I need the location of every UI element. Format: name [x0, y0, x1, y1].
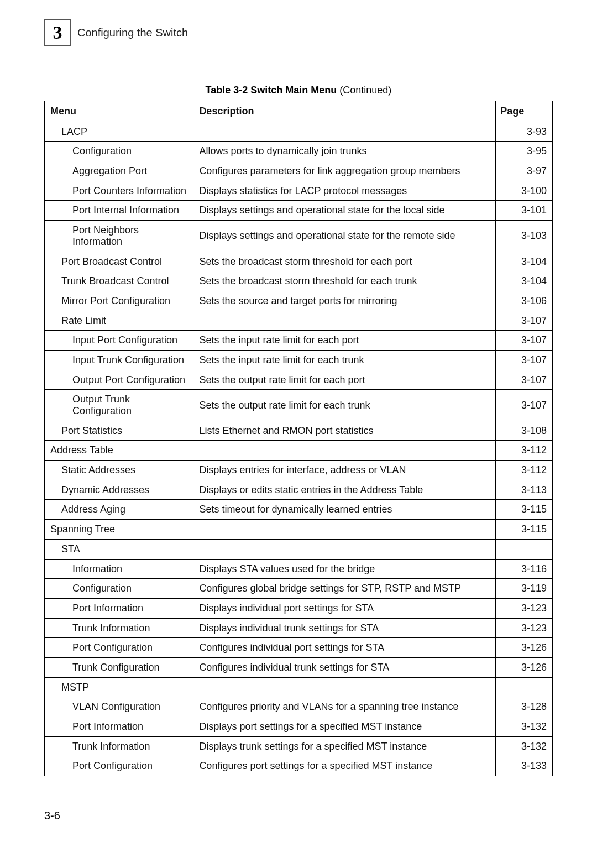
menu-label: Address Aging — [45, 504, 125, 515]
col-header-description: Description — [193, 101, 496, 122]
menu-cell: Input Trunk Configuration — [45, 350, 193, 370]
description-cell — [193, 441, 496, 461]
table-row: Input Trunk ConfigurationSets the input … — [45, 350, 553, 370]
menu-label: Rate Limit — [45, 315, 106, 327]
page-cell: 3-106 — [496, 291, 553, 311]
page-cell: 3-128 — [496, 697, 553, 717]
page-cell: 3-126 — [496, 638, 553, 658]
menu-label: Output Trunk Configuration — [45, 394, 190, 416]
menu-label: Trunk Configuration — [45, 662, 159, 673]
table-row: InformationDisplays STA values used for … — [45, 559, 553, 579]
page-cell: 3-133 — [496, 756, 553, 776]
description-cell: Configures individual port settings for … — [193, 638, 496, 658]
page-cell: 3-113 — [496, 480, 553, 500]
table-row: Spanning Tree3-115 — [45, 520, 553, 540]
page-cell: 3-107 — [496, 331, 553, 351]
menu-label: Spanning Tree — [45, 524, 115, 535]
chapter-number: 3 — [53, 22, 62, 43]
menu-label: Port Broadcast Control — [45, 256, 162, 268]
table-row: Port ConfigurationConfigures individual … — [45, 638, 553, 658]
description-cell: Displays or edits static entries in the … — [193, 480, 496, 500]
menu-cell: Port Counters Information — [45, 181, 193, 201]
table-row: Port InformationDisplays individual port… — [45, 598, 553, 618]
description-cell: Displays statistics for LACP protocol me… — [193, 181, 496, 201]
description-cell: Sets the input rate limit for each trunk — [193, 350, 496, 370]
menu-label: Port Neighbors Information — [45, 224, 190, 247]
table-row: Trunk Broadcast ControlSets the broadcas… — [45, 271, 553, 291]
description-cell: Sets the input rate limit for each port — [193, 331, 496, 351]
description-cell: Configures individual trunk settings for… — [193, 657, 496, 677]
menu-cell: Port Information — [45, 598, 193, 618]
description-cell: Allows ports to dynamically join trunks — [193, 142, 496, 161]
table-row: ConfigurationAllows ports to dynamically… — [45, 142, 553, 161]
menu-cell: Output Trunk Configuration — [45, 390, 193, 421]
table-row: ConfigurationConfigures global bridge se… — [45, 579, 553, 599]
page-cell: 3-101 — [496, 201, 553, 221]
menu-label: Input Port Configuration — [45, 334, 177, 346]
menu-label: Port Statistics — [45, 425, 122, 437]
table-row: Port Internal InformationDisplays settin… — [45, 201, 553, 221]
page-cell: 3-112 — [496, 461, 553, 480]
page-cell: 3-104 — [496, 252, 553, 271]
page-cell: 3-115 — [496, 520, 553, 540]
menu-label: Port Information — [45, 603, 143, 614]
table-row: Address AgingSets timeout for dynamicall… — [45, 500, 553, 520]
menu-cell: Trunk Information — [45, 618, 193, 638]
menu-label: STA — [45, 543, 80, 555]
table-row: Port ConfigurationConfigures port settin… — [45, 756, 553, 776]
menu-cell: Spanning Tree — [45, 520, 193, 540]
description-cell: Sets the broadcast storm threshold for e… — [193, 252, 496, 271]
description-cell: Displays STA values used for the bridge — [193, 559, 496, 579]
page-cell: 3-123 — [496, 598, 553, 618]
page-cell: 3-93 — [496, 122, 553, 142]
col-header-menu: Menu — [45, 101, 193, 122]
table-row: Output Port ConfigurationSets the output… — [45, 370, 553, 390]
menu-cell: Address Table — [45, 441, 193, 461]
table-row: Port Counters InformationDisplays statis… — [45, 181, 553, 201]
page-cell: 3-115 — [496, 500, 553, 520]
menu-label: MSTP — [45, 682, 89, 693]
table-row: Aggregation PortConfigures parameters fo… — [45, 161, 553, 181]
description-cell: Displays trunk settings for a specified … — [193, 736, 496, 756]
menu-cell: Port Statistics — [45, 421, 193, 441]
page-cell: 3-108 — [496, 421, 553, 441]
menu-cell: Port Configuration — [45, 638, 193, 658]
page-cell — [496, 539, 553, 559]
menu-label: Port Configuration — [45, 642, 153, 653]
menu-cell: Rate Limit — [45, 311, 193, 331]
description-cell: Displays port settings for a specified M… — [193, 717, 496, 737]
page-cell: 3-107 — [496, 311, 553, 331]
table-row: Trunk ConfigurationConfigures individual… — [45, 657, 553, 677]
menu-cell: Port Internal Information — [45, 201, 193, 221]
description-cell: Sets the output rate limit for each port — [193, 370, 496, 390]
description-cell: Displays entries for interface, address … — [193, 461, 496, 480]
description-cell: Configures priority and VLANs for a span… — [193, 697, 496, 717]
table-row: Trunk InformationDisplays individual tru… — [45, 618, 553, 638]
menu-cell: MSTP — [45, 677, 193, 697]
menu-cell: Output Port Configuration — [45, 370, 193, 390]
description-cell: Sets timeout for dynamically learned ent… — [193, 500, 496, 520]
footer-page-number: 3-6 — [44, 809, 553, 822]
page-cell: 3-103 — [496, 221, 553, 252]
page-cell: 3-126 — [496, 657, 553, 677]
menu-cell: LACP — [45, 122, 193, 142]
table-row: LACP3-93 — [45, 122, 553, 142]
table-row: Static AddressesDisplays entries for int… — [45, 461, 553, 480]
table-row: VLAN ConfigurationConfigures priority an… — [45, 697, 553, 717]
menu-cell: Configuration — [45, 579, 193, 599]
menu-cell: Trunk Broadcast Control — [45, 271, 193, 291]
menu-label: Trunk Information — [45, 623, 150, 634]
table-caption: Table 3-2 Switch Main Menu (Continued) — [44, 85, 553, 96]
description-cell: Configures parameters for link aggregati… — [193, 161, 496, 181]
menu-label: Port Configuration — [45, 760, 153, 772]
page-cell: 3-107 — [496, 370, 553, 390]
table-row: Output Trunk ConfigurationSets the outpu… — [45, 390, 553, 421]
menu-cell: Trunk Configuration — [45, 657, 193, 677]
menu-label: Output Port Configuration — [45, 374, 185, 386]
description-cell: Sets the output rate limit for each trun… — [193, 390, 496, 421]
menu-label: Port Information — [45, 721, 143, 733]
description-cell — [193, 311, 496, 331]
table-row: Trunk InformationDisplays trunk settings… — [45, 736, 553, 756]
description-cell: Configures port settings for a specified… — [193, 756, 496, 776]
description-cell — [193, 677, 496, 697]
